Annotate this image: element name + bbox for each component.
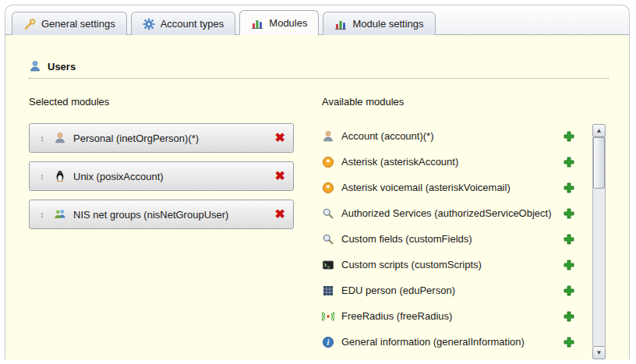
available-module-row: Custom scripts (customScripts) [322,252,574,277]
module-label: Account (account)(*) [341,130,434,142]
drag-handle-icon[interactable]: ↕ [37,210,47,219]
available-module-row: EDU person (eduPerson) [322,277,574,303]
edu-icon [322,284,334,297]
remove-module-button[interactable]: ✖ [275,170,285,182]
add-module-button[interactable] [564,337,574,348]
terminal-icon [322,259,334,271]
scroll-down-button[interactable]: ▼ [592,346,606,359]
magnifier-icon [322,207,334,220]
add-module-button[interactable] [564,260,574,270]
module-label: Asterisk voicemail (asteriskVoicemail) [341,182,511,193]
available-modules-list: Account (account)(*)*Asterisk (asteriskA… [322,123,609,359]
remove-module-button[interactable]: ✖ [275,208,285,221]
config-window: General settings Account types Modules M… [5,5,630,359]
add-module-button[interactable] [564,157,574,168]
selected-module-row[interactable]: ↕Personal (inetOrgPerson)(*)✖ [29,123,294,153]
group-icon [54,208,66,221]
available-modules-heading: Available modules [322,96,609,108]
module-label: General information (generalInformation) [341,336,525,348]
available-module-row: Custom fields (customFields) [322,226,574,252]
add-module-button[interactable] [564,234,574,245]
tab-label: General settings [41,18,115,30]
chart-icon [251,17,263,30]
module-label: Personal (inetOrgPerson)(*) [73,133,199,144]
tab-account-types[interactable]: Account types [131,12,236,35]
module-label: FreeRadius (freeRadius) [341,310,452,322]
user-icon [29,60,41,72]
module-label: Custom fields (customFields) [341,233,472,245]
users-section-header: Users [29,60,609,79]
available-modules-column: Available modules Account (account)(*)*A… [322,96,609,359]
person-icon [54,132,66,144]
selected-modules-heading: Selected modules [29,96,303,108]
penguin-icon [54,170,66,182]
available-module-row: Authorized Services (authorizedServiceOb… [322,200,574,226]
tab-label: Account types [161,18,224,30]
selected-module-row[interactable]: ↕Unix (posixAccount)✖ [29,161,294,191]
module-label: NIS net groups (nisNetGroupUser) [73,209,228,221]
tab-bar: General settings Account types Modules M… [12,11,436,35]
remove-module-button[interactable]: ✖ [275,132,285,144]
available-module-row: Account (account)(*) [322,123,574,149]
person-icon [322,130,334,143]
info-icon: i [322,336,334,348]
scroll-up-button[interactable]: ▲ [592,124,606,137]
module-label: Unix (posixAccount) [73,171,164,182]
selected-modules-list: ↕Personal (inetOrgPerson)(*)✖↕Unix (posi… [29,123,303,229]
add-module-button[interactable] [564,131,574,142]
modules-panel: Users Selected modules ↕Personal (inetOr… [5,34,629,359]
drag-handle-icon[interactable]: ↕ [37,171,47,181]
available-module-row: *Asterisk voicemail (asteriskVoicemail) [322,175,574,200]
add-module-button[interactable] [564,285,574,296]
svg-text:i: i [327,338,330,347]
module-label: Asterisk (asteriskAccount) [341,156,458,168]
selected-module-row[interactable]: ↕NIS net groups (nisNetGroupUser)✖ [29,200,294,229]
available-modules-scrollbar[interactable]: ▲ ▼ [592,124,606,359]
scrollbar-track[interactable] [592,137,606,346]
chart-icon [334,18,347,30]
module-label: Authorized Services (authorizedServiceOb… [341,207,552,219]
add-module-button[interactable] [564,182,574,193]
tab-module-settings[interactable]: Module settings [323,12,435,35]
selected-modules-column: Selected modules ↕Personal (inetOrgPerso… [29,96,303,359]
available-module-row: FreeRadius (freeRadius) [322,303,574,329]
tab-label: Modules [269,17,307,29]
gear-icon [143,18,155,30]
modules-columns: Selected modules ↕Personal (inetOrgPerso… [29,96,609,359]
available-module-row: Groups of names (groupOfNamesUser) [322,355,574,359]
add-module-button[interactable] [564,208,574,219]
add-module-button[interactable] [564,311,574,322]
drag-handle-icon[interactable]: ↕ [37,133,47,143]
radio-icon [322,310,334,323]
asterisk-icon: * [322,182,334,194]
module-label: Custom scripts (customScripts) [341,259,482,270]
available-module-row: *Asterisk (asteriskAccount) [322,149,574,175]
magnifier-icon [322,233,334,246]
module-label: EDU person (eduPerson) [341,284,455,296]
tab-general-settings[interactable]: General settings [12,12,127,35]
available-module-row: iGeneral information (generalInformation… [322,329,574,355]
section-title: Users [48,61,76,72]
scrollbar-thumb[interactable] [593,137,605,189]
asterisk-icon: * [322,156,334,168]
tab-modules[interactable]: Modules [239,10,319,35]
tab-label: Module settings [352,18,423,30]
wrench-icon [23,18,36,30]
